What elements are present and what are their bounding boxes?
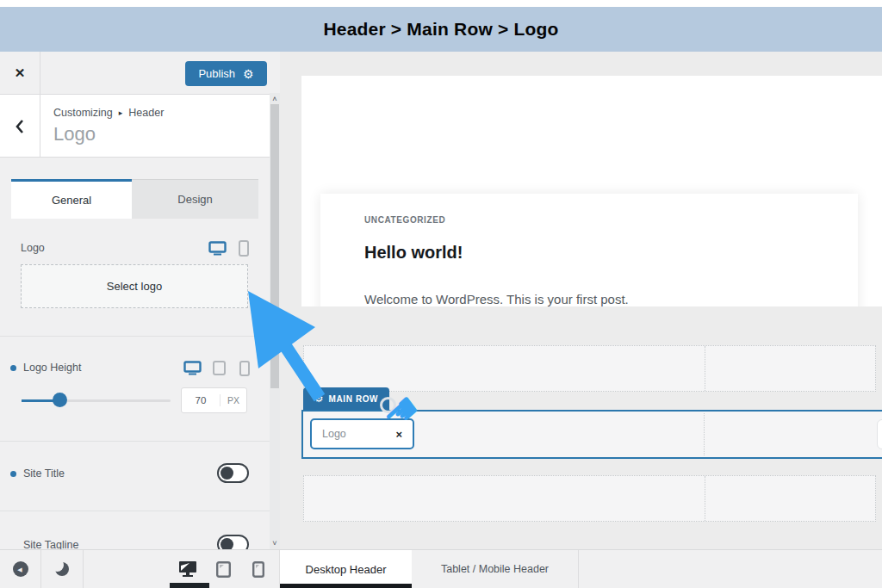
close-customizer-button[interactable]: ✕ [0, 52, 40, 95]
logo-height-value-box: 70 PX [181, 387, 247, 413]
divider [0, 441, 270, 442]
post-title: Hello world! [364, 243, 463, 263]
divider [0, 336, 270, 337]
header-builder-main-row[interactable]: Logo × [301, 410, 882, 459]
desktop-icon [208, 241, 227, 256]
logo-mobile-toggle[interactable] [239, 240, 249, 257]
live-preview-pane: UNCATEGORIZED Hello world! Welcome to Wo… [280, 52, 882, 549]
logo-height-value-input[interactable]: 70 [182, 395, 220, 405]
site-tagline-label: Site Tagline [23, 539, 78, 549]
customizer-footer: ◀ Desktop Header Tablet / Mobile Header [0, 549, 882, 588]
modified-dot [10, 471, 16, 477]
breadcrumb-separator-icon: ▸ [119, 108, 123, 117]
active-tab-underline [280, 584, 412, 588]
toggle-knob [220, 538, 233, 549]
collapse-sidebar-button[interactable]: ◀ [0, 550, 41, 588]
tablet-icon [216, 561, 231, 578]
logo-widget[interactable]: Logo × [310, 418, 414, 449]
desktop-header-tab-label: Desktop Header [306, 563, 387, 576]
publish-label: Publish [198, 67, 235, 80]
column-divider [704, 413, 705, 455]
scrollbar-thumb[interactable] [270, 104, 279, 388]
site-title-toggle[interactable] [217, 463, 249, 483]
customizer-sidebar: ✕ Publish ⚙ Customizing ▸ Header Logo Ge… [0, 52, 280, 549]
tablet-mobile-header-tab-label: Tablet / Mobile Header [441, 563, 549, 575]
main-row-settings-button[interactable]: ⚙ MAIN ROW [303, 387, 389, 410]
logo-height-slider-thumb[interactable] [53, 393, 67, 407]
scroll-down-icon[interactable]: ˅ [270, 538, 280, 548]
breadcrumb-path: Customizing [53, 107, 113, 119]
preview-mobile-button[interactable] [252, 550, 264, 588]
tab-desktop-header[interactable]: Desktop Header [279, 550, 412, 588]
logo-height-label: Logo Height [23, 362, 81, 374]
mobile-icon [252, 561, 264, 578]
tablet-icon [213, 361, 226, 375]
dark-mode-button[interactable] [41, 550, 84, 588]
post-category: UNCATEGORIZED [364, 215, 445, 225]
logo-widget-label: Logo [322, 428, 346, 440]
back-button[interactable] [0, 95, 40, 158]
breadcrumb-section: Header [128, 107, 164, 119]
publish-settings-gear-icon: ⚙ [243, 68, 254, 80]
breadcrumb-row: Customizing ▸ Header Logo [0, 95, 280, 158]
desktop-icon [183, 361, 202, 375]
desktop-icon [178, 560, 197, 578]
breadcrumb: Customizing ▸ Header [53, 107, 164, 119]
tab-tablet-mobile-header[interactable]: Tablet / Mobile Header [412, 550, 579, 588]
logo-height-mobile-toggle[interactable] [239, 361, 250, 376]
widget-slot-partial[interactable] [877, 419, 882, 449]
mobile-icon [239, 361, 250, 376]
preview-tablet-button[interactable] [216, 550, 231, 588]
back-circle-icon: ◀ [13, 561, 28, 577]
banner-title: Header > Main Row > Logo [323, 19, 558, 40]
publish-row: ✕ Publish ⚙ [0, 52, 280, 95]
toggle-knob [220, 467, 233, 480]
mobile-icon [239, 240, 249, 257]
scroll-up-icon[interactable]: ˄ [270, 94, 280, 104]
active-device-underline [170, 583, 209, 588]
logo-height-tablet-toggle[interactable] [213, 361, 226, 375]
tab-design[interactable]: Design [132, 179, 258, 219]
logo-control-label: Logo [21, 242, 45, 254]
breadcrumb-banner: Header > Main Row > Logo [0, 7, 882, 52]
remove-widget-icon[interactable]: × [395, 428, 402, 441]
site-preview-viewport: UNCATEGORIZED Hello world! Welcome to Wo… [301, 76, 882, 306]
column-divider [705, 476, 705, 521]
gear-icon: ⚙ [314, 393, 324, 404]
divider [0, 511, 270, 511]
logo-height-unit[interactable]: PX [220, 395, 246, 405]
modified-dot [10, 365, 16, 371]
page-title: Logo [53, 123, 96, 145]
select-logo-button[interactable]: Select logo [21, 264, 248, 308]
site-title-label: Site Title [23, 467, 65, 480]
header-builder-above-row[interactable] [303, 345, 876, 392]
logo-height-desktop-toggle[interactable] [183, 361, 202, 375]
column-divider [705, 346, 705, 391]
sidebar-scrollbar[interactable]: ˄ ˅ [270, 93, 280, 549]
chevron-left-icon [15, 119, 25, 134]
post-excerpt: Welcome to WordPress. This is your first… [364, 292, 629, 306]
header-builder-below-row[interactable] [303, 475, 876, 522]
logo-desktop-toggle[interactable] [208, 241, 227, 256]
publish-button[interactable]: Publish ⚙ [185, 61, 267, 86]
moon-icon [55, 562, 69, 576]
main-row-label: MAIN ROW [329, 394, 379, 404]
site-tagline-toggle[interactable] [217, 535, 249, 549]
tab-general[interactable]: General [11, 179, 132, 219]
close-icon: ✕ [15, 65, 26, 81]
